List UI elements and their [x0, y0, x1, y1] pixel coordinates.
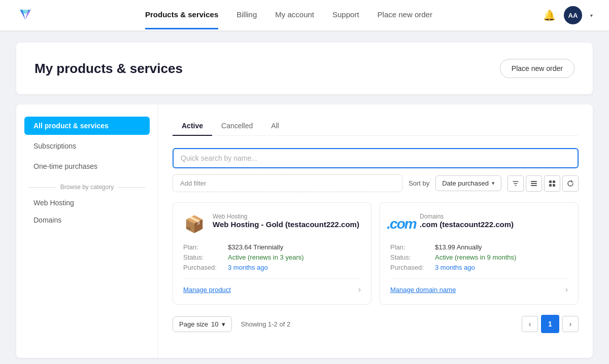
hosting-plan-row: Plan: $323.64 Triennially — [183, 243, 361, 251]
hosting-arrow-icon: › — [358, 285, 361, 294]
nav-support[interactable]: Support — [332, 1, 359, 29]
sidebar-item-one-time[interactable]: One-time purchases — [24, 157, 150, 175]
avatar[interactable]: AA — [564, 6, 582, 24]
header-right: 🔔 AA ▾ — [543, 6, 593, 24]
pagination-controls: ‹ 1 › — [522, 315, 579, 333]
page: My products & services Place new order A… — [0, 30, 609, 364]
product-card-domain: .com Domains .com (testacount222.com) Pl… — [380, 202, 579, 305]
sidebar-item-subscriptions[interactable]: Subscriptions — [24, 137, 150, 155]
page-size-value: 10 — [211, 320, 218, 328]
tabs: Active Cancelled All — [173, 117, 579, 136]
showing-label: Showing 1-2 of 2 — [241, 320, 291, 328]
filter-options-button[interactable] — [507, 175, 524, 192]
content-area: Active Cancelled All Add filter Sort by … — [158, 104, 593, 358]
svg-rect-7 — [553, 180, 555, 183]
svg-rect-3 — [531, 181, 537, 182]
sort-by-label: Sort by — [409, 179, 429, 187]
sidebar-item-all[interactable]: All product & services — [24, 117, 150, 135]
domain-manage-row: Manage domain name › — [390, 278, 568, 294]
hosting-status-label: Status: — [183, 253, 224, 261]
page-header-card: My products & services Place new order — [16, 43, 593, 94]
add-filter-button[interactable]: Add filter — [173, 174, 402, 192]
page-size-container: Page size 10 ▾ Showing 1-2 of 2 — [173, 316, 290, 332]
svg-rect-4 — [531, 183, 537, 184]
svg-rect-8 — [549, 184, 552, 187]
domain-plan-row: Plan: $13.99 Annually — [390, 243, 568, 251]
pagination: Page size 10 ▾ Showing 1-2 of 2 ‹ 1 › — [173, 315, 579, 333]
refresh-button[interactable] — [562, 175, 579, 192]
domain-product-name: .com (testacount222.com) — [420, 220, 514, 229]
svg-rect-6 — [549, 180, 552, 183]
sidebar: All product & services Subscriptions One… — [16, 104, 158, 358]
search-input[interactable] — [173, 148, 579, 168]
place-order-button[interactable]: Place new order — [500, 59, 574, 78]
nav-products[interactable]: Products & services — [145, 1, 218, 29]
hosting-status-value: Active (renews in 3 years) — [228, 253, 304, 261]
tab-active[interactable]: Active — [173, 117, 212, 136]
hosting-manage-row: Manage product › — [183, 278, 361, 294]
domain-details: Plan: $13.99 Annually Status: Active (re… — [390, 243, 568, 271]
domain-status-value: Active (renews in 9 months) — [435, 253, 516, 261]
page-size-caret-icon: ▾ — [222, 320, 225, 328]
prev-page-button[interactable]: ‹ — [522, 316, 538, 332]
nav-place-order[interactable]: Place new order — [378, 1, 432, 29]
domain-purchased-value: 3 months ago — [435, 264, 475, 271]
page-size-select[interactable]: Page size 10 ▾ — [173, 316, 232, 332]
tab-all[interactable]: All — [262, 117, 288, 136]
domain-status-row: Status: Active (renews in 9 months) — [390, 253, 568, 261]
hosting-plan-value: $323.64 Triennially — [228, 243, 283, 251]
domain-plan-value: $13.99 Annually — [435, 243, 482, 251]
list-view-button[interactable] — [526, 175, 542, 192]
grid-view-button[interactable] — [544, 175, 560, 192]
hosting-icon: 📦 — [183, 213, 206, 235]
notification-bell-icon[interactable]: 🔔 — [543, 9, 556, 21]
hosting-purchased-label: Purchased: — [183, 264, 224, 271]
domain-plan-label: Plan: — [390, 243, 431, 251]
browse-category-label: Browse by category — [60, 184, 114, 191]
hosting-product-name: Web Hosting - Gold (testacount222.com) — [213, 220, 359, 229]
sort-value: Date purchased — [442, 179, 489, 187]
main-nav: Products & services Billing My account S… — [145, 1, 432, 29]
view-controls — [507, 175, 579, 192]
svg-rect-5 — [531, 185, 537, 186]
hosting-plan-label: Plan: — [183, 243, 224, 251]
manage-domain-link[interactable]: Manage domain name — [390, 286, 456, 294]
svg-rect-9 — [553, 184, 555, 187]
sort-caret-icon: ▾ — [492, 180, 495, 187]
domain-status-label: Status: — [390, 253, 431, 261]
product-card-hosting: 📦 Web Hosting Web Hosting - Gold (testac… — [173, 202, 371, 305]
sidebar-item-web-hosting[interactable]: Web Hosting — [24, 195, 150, 211]
domain-category: Domains — [420, 213, 514, 220]
sort-select[interactable]: Date purchased ▾ — [435, 175, 501, 191]
page-size-label: Page size — [179, 320, 208, 328]
hosting-purchased-row: Purchased: 3 months ago — [183, 264, 361, 271]
hosting-details: Plan: $323.64 Triennially Status: Active… — [183, 243, 361, 271]
manage-product-link[interactable]: Manage product — [183, 286, 231, 294]
avatar-caret-icon[interactable]: ▾ — [590, 13, 593, 18]
domain-purchased-label: Purchased: — [390, 264, 431, 271]
domain-icon: .com — [390, 213, 413, 235]
hosting-name-block: Web Hosting Web Hosting - Gold (testacou… — [213, 213, 359, 229]
hosting-purchased-value: 3 months ago — [228, 264, 268, 271]
page-title: My products & services — [35, 61, 183, 77]
sidebar-item-domains[interactable]: Domains — [24, 212, 150, 228]
domain-purchased-row: Purchased: 3 months ago — [390, 264, 568, 271]
filter-row: Add filter Sort by Date purchased ▾ — [173, 174, 579, 192]
logo[interactable] — [16, 6, 35, 24]
product-header-domain: .com Domains .com (testacount222.com) — [390, 213, 568, 235]
domain-arrow-icon: › — [565, 285, 568, 294]
nav-my-account[interactable]: My account — [275, 1, 314, 29]
hosting-category: Web Hosting — [213, 213, 359, 220]
next-page-button[interactable]: › — [562, 316, 579, 332]
main-card: All product & services Subscriptions One… — [16, 104, 593, 358]
domain-name-block: Domains .com (testacount222.com) — [420, 213, 514, 229]
product-header-hosting: 📦 Web Hosting Web Hosting - Gold (testac… — [183, 213, 361, 235]
current-page-button[interactable]: 1 — [541, 315, 559, 333]
hosting-status-row: Status: Active (renews in 3 years) — [183, 253, 361, 261]
header: Products & services Billing My account S… — [0, 0, 609, 30]
nav-billing[interactable]: Billing — [236, 1, 257, 29]
tab-cancelled[interactable]: Cancelled — [212, 117, 262, 136]
product-grid: 📦 Web Hosting Web Hosting - Gold (testac… — [173, 202, 579, 305]
browse-by-category-divider: Browse by category — [28, 184, 146, 191]
